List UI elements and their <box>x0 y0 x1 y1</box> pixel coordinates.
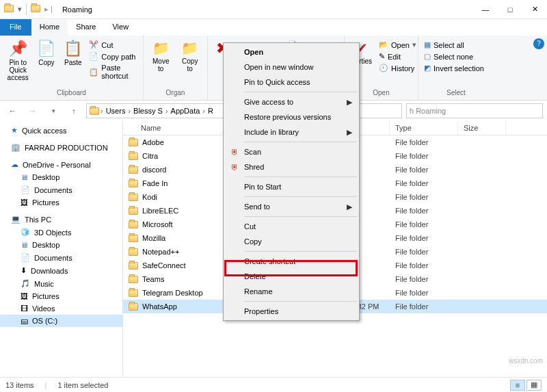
file-name: Mozilla <box>142 234 165 242</box>
forward-button[interactable]: → <box>25 103 41 119</box>
history-button[interactable]: 🕘History <box>377 63 418 73</box>
file-name: discord <box>142 166 166 174</box>
pin-quick-access-button[interactable]: 📌Pin to Quick access <box>4 38 31 83</box>
nav-3dobjects[interactable]: 🧊3D Objects <box>0 226 122 239</box>
nav-desktop[interactable]: 🖥Desktop <box>0 171 122 183</box>
ctx-give-access[interactable]: Give access to▶ <box>225 94 358 109</box>
nav-documents[interactable]: 📄Documents <box>0 183 122 196</box>
history-icon: 🕘 <box>379 64 388 73</box>
file-name: Adobe <box>142 138 164 146</box>
invert-selection-button[interactable]: ◩Invert selection <box>423 63 490 73</box>
crumb-users[interactable]: Users <box>105 107 127 115</box>
view-details-button[interactable]: ≡ <box>510 380 525 391</box>
folder-icon <box>129 166 138 174</box>
pc-icon: 💻 <box>11 215 21 224</box>
cube-icon: 🧊 <box>21 228 30 237</box>
nav-desktop2[interactable]: 🖥Desktop <box>0 239 122 251</box>
file-type: File folder <box>390 179 458 187</box>
select-none-button[interactable]: ▢Select none <box>423 51 490 62</box>
copy-path-button[interactable]: 📄Copy path <box>88 51 139 62</box>
ctx-pin-quick-access[interactable]: Pin to Quick access <box>225 75 358 90</box>
move-to-button[interactable]: 📁Move to <box>148 38 174 74</box>
ctx-open-new-window[interactable]: Open in new window <box>225 60 358 75</box>
crumb-roaming[interactable]: R <box>206 107 215 115</box>
file-name: Citra <box>142 152 158 160</box>
ctx-scan[interactable]: ⛨Scan <box>225 144 358 159</box>
folder-icon <box>129 207 138 215</box>
folder-icon <box>129 221 138 228</box>
scissors-icon: ✂️ <box>89 40 98 49</box>
window-title: Roaming <box>57 5 92 14</box>
crumb-appdata[interactable]: AppData <box>170 107 202 115</box>
nav-pictures[interactable]: 🖼Pictures <box>0 196 122 209</box>
desktop-icon: 🖥 <box>21 173 28 181</box>
nav-this-pc[interactable]: 💻This PC <box>0 213 122 226</box>
ctx-include-library[interactable]: Include in library▶ <box>225 125 358 140</box>
up-button[interactable]: ↑ <box>66 103 82 119</box>
ctx-rename[interactable]: Rename <box>225 284 358 299</box>
close-button[interactable]: ✕ <box>522 0 547 19</box>
ctx-open[interactable]: Open <box>225 44 358 60</box>
dropdown-icon[interactable]: ▾ <box>18 5 22 14</box>
ctx-restore-versions[interactable]: Restore previous versions <box>225 109 358 125</box>
ctx-delete[interactable]: Delete <box>225 269 358 284</box>
ctx-create-shortcut[interactable]: Create shortcut <box>225 254 358 269</box>
file-type: File folder <box>390 289 458 297</box>
col-type[interactable]: Type <box>390 121 458 135</box>
edit-icon: ✎ <box>379 52 385 61</box>
edit-button[interactable]: ✎Edit <box>377 51 418 62</box>
open-button[interactable]: 📂Open ▾ <box>377 40 418 50</box>
tab-view[interactable]: View <box>104 19 137 36</box>
file-name: Kodi <box>142 193 157 201</box>
ctx-copy[interactable]: Copy <box>225 234 358 249</box>
nav-os-c[interactable]: 🖴OS (C:) <box>0 315 122 327</box>
tab-file[interactable]: File <box>0 19 31 36</box>
view-large-button[interactable]: ▦ <box>526 380 542 391</box>
nav-onedrive[interactable]: ☁OneDrive - Personal <box>0 158 122 171</box>
select-all-button[interactable]: ▦Select all <box>423 40 490 50</box>
col-size[interactable]: Size <box>458 121 506 135</box>
search-text: h Roaming <box>410 107 446 115</box>
nav-farrad[interactable]: 🏢FARRAD PRODUCTION <box>0 141 122 154</box>
ctx-cut[interactable]: Cut <box>225 219 358 234</box>
paste-shortcut-button[interactable]: 📋Paste shortcut <box>88 63 139 81</box>
file-name: WhatsApp <box>142 302 177 311</box>
nav-videos[interactable]: 🎞Videos <box>0 302 122 315</box>
recent-button[interactable]: ▾ <box>45 103 62 119</box>
minimize-button[interactable]: — <box>473 0 498 19</box>
ctx-properties[interactable]: Properties <box>225 304 358 319</box>
nav-downloads[interactable]: ⬇Downloads <box>0 264 122 277</box>
file-name: Telegram Desktop <box>142 289 203 297</box>
file-name: Notepad++ <box>142 248 179 256</box>
folder-icon <box>129 289 138 297</box>
back-button[interactable]: ← <box>4 103 21 119</box>
crumb-user[interactable]: Blessy S <box>132 107 164 115</box>
folder-icon <box>129 262 138 270</box>
copy-button[interactable]: 📄Copy <box>34 38 58 68</box>
item-count: 13 items <box>5 381 34 389</box>
cut-button[interactable]: ✂️Cut <box>88 40 139 50</box>
nav-documents2[interactable]: 📄Documents <box>0 251 122 264</box>
navigation-pane[interactable]: ★Quick access 🏢FARRAD PRODUCTION ☁OneDri… <box>0 121 123 377</box>
help-button[interactable]: ? <box>533 38 544 49</box>
tab-home[interactable]: Home <box>31 19 68 36</box>
ctx-shred[interactable]: ⛨Shred <box>225 159 358 174</box>
file-type: File folder <box>390 248 458 256</box>
maximize-button[interactable]: □ <box>498 0 522 19</box>
file-type: File folder <box>390 138 458 146</box>
download-icon: ⬇ <box>21 266 27 275</box>
file-name: Fade In <box>142 179 168 187</box>
file-name: SafeConnect <box>142 261 186 270</box>
nav-music[interactable]: 🎵Music <box>0 277 122 290</box>
tab-share[interactable]: Share <box>68 19 104 36</box>
nav-pictures2[interactable]: 🖼Pictures <box>0 290 122 302</box>
title-bar: ▾ ▸ | Roaming — □ ✕ <box>0 0 547 19</box>
file-type: File folder <box>390 234 458 242</box>
ctx-send-to[interactable]: Send to▶ <box>225 199 358 214</box>
search-box[interactable]: h Roaming <box>406 103 543 118</box>
paste-button[interactable]: 📋Paste <box>61 38 85 68</box>
folder-icon <box>129 139 138 146</box>
nav-quick-access[interactable]: ★Quick access <box>0 124 122 137</box>
ctx-pin-start[interactable]: Pin to Start <box>225 179 358 194</box>
copy-to-button[interactable]: 📁Copy to <box>177 38 204 74</box>
